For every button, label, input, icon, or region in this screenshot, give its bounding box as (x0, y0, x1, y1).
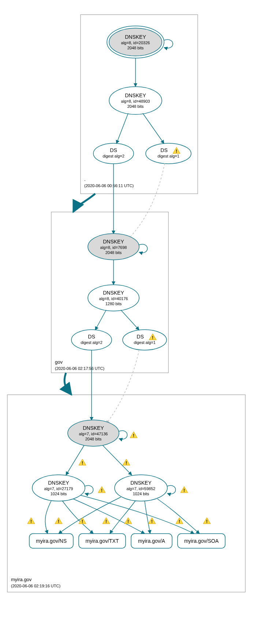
edge-govzsk-ds2 (95, 310, 106, 330)
edge-zsk1-a (73, 499, 145, 534)
svg-text:digest alg=1: digest alg=1 (134, 340, 156, 345)
svg-text:digest alg=2: digest alg=2 (103, 154, 124, 158)
svg-point-10 (93, 143, 134, 164)
warning-icon (123, 459, 130, 466)
svg-text:digest alg=2: digest alg=2 (81, 340, 103, 345)
self-loop-my-zsk1 (85, 485, 93, 494)
node-rr-soa: myira.gov/SOA (178, 534, 225, 548)
warning-icon (124, 518, 132, 524)
node-root-ksk: DNSKEY alg=8, id=20326 2048 bits (107, 26, 164, 58)
warning-icon (203, 518, 211, 524)
node-gov-ds2: DS digest alg=2 (71, 330, 112, 350)
edge-rootzsk-ds2 (116, 113, 128, 144)
svg-text:DNSKEY: DNSKEY (103, 239, 124, 245)
edge-govzsk-ds1 (121, 310, 139, 330)
edge-ds1-govksk (128, 163, 165, 239)
svg-text:DNSKEY: DNSKEY (125, 92, 146, 98)
node-rr-txt: myira.gov/TXT (79, 534, 126, 548)
warning-icon (27, 518, 35, 524)
node-root-ds2: DS digest alg=2 (93, 143, 134, 164)
svg-point-13 (146, 143, 191, 164)
svg-text:DS: DS (137, 334, 144, 340)
self-loop-my-ksk (119, 431, 127, 439)
zone-root-sublabel: (2020-06-06 00:56:11 UTC) (84, 183, 134, 188)
svg-point-24 (71, 330, 112, 350)
svg-text:DNSKEY: DNSKEY (125, 34, 146, 40)
svg-text:DS: DS (110, 147, 117, 153)
self-loop-gov-ksk (139, 244, 148, 253)
edge-zsk2-txt (110, 501, 135, 534)
svg-text:myira.gov/A: myira.gov/A (138, 538, 165, 544)
node-my-ksk: DNSKEY alg=7, id=47136 2048 bits (68, 420, 119, 446)
node-rr-a: myira.gov/A (131, 534, 172, 548)
edge-zsk2-ns (59, 497, 121, 534)
zone-myira-label: myira.gov (11, 577, 32, 582)
edge-govds1-myksk (106, 350, 139, 424)
svg-text:DS: DS (88, 334, 95, 340)
edge-rootzsk-ds1 (143, 113, 164, 144)
svg-text:alg=8, id=48903: alg=8, id=48903 (121, 99, 150, 103)
deleg-gov-myira (64, 373, 71, 395)
node-root-ds1: DS digest alg=1 (146, 143, 191, 164)
svg-text:2048 bits: 2048 bits (127, 46, 144, 50)
node-gov-ksk: DNSKEY alg=8, id=7698 2048 bits (88, 234, 139, 260)
edge-zsk2-soa (157, 499, 200, 534)
node-root-zsk: DNSKEY alg=8, id=48903 2048 bits (109, 87, 162, 114)
node-my-zsk2: DNSKEY alg=7, id=59852 1024 bits (115, 475, 167, 501)
self-loop-my-zsk2 (167, 485, 176, 494)
warning-icon (103, 518, 110, 524)
svg-text:1280 bits: 1280 bits (105, 302, 122, 306)
svg-text:alg=7, id=59852: alg=7, id=59852 (127, 486, 156, 491)
self-loop-root-ksk (164, 39, 173, 48)
svg-text:myira.gov/TXT: myira.gov/TXT (85, 538, 119, 544)
svg-text:DNSKEY: DNSKEY (48, 480, 69, 486)
edge-zsk2-a (145, 501, 150, 534)
warning-icon (55, 518, 62, 524)
svg-text:1024 bits: 1024 bits (51, 492, 67, 496)
warning-icon (98, 486, 105, 493)
node-rr-ns: myira.gov/NS (29, 534, 73, 548)
svg-text:digest alg=1: digest alg=1 (157, 154, 179, 158)
warning-icon (79, 459, 86, 466)
svg-text:myira.gov/SOA: myira.gov/SOA (184, 538, 219, 544)
svg-text:2048 bits: 2048 bits (105, 250, 122, 255)
edge-myksk-zsk1 (66, 445, 84, 475)
warning-icon (181, 486, 188, 493)
node-gov-ds1: DS digest alg=1 (123, 330, 167, 350)
svg-text:2048 bits: 2048 bits (127, 104, 144, 109)
svg-text:alg=8, id=7698: alg=8, id=7698 (100, 245, 127, 250)
edge-myksk-zsk2 (103, 445, 132, 475)
edge-zsk1-ns (45, 501, 51, 534)
svg-text:alg=8, id=40176: alg=8, id=40176 (99, 296, 128, 301)
deleg-root-gov (73, 194, 95, 212)
node-gov-zsk: DNSKEY alg=8, id=40176 1280 bits (88, 285, 139, 311)
svg-text:2048 bits: 2048 bits (85, 437, 102, 441)
zone-root-label: . (84, 177, 86, 182)
zone-gov-sublabel: (2020-06-06 02:17:56 UTC) (55, 366, 104, 371)
svg-text:alg=7, id=47136: alg=7, id=47136 (79, 432, 108, 436)
svg-text:alg=7, id=27179: alg=7, id=27179 (44, 486, 73, 491)
svg-text:1024 bits: 1024 bits (133, 492, 149, 496)
warning-icon (148, 518, 156, 524)
svg-text:DNSKEY: DNSKEY (83, 425, 104, 431)
node-my-zsk1: DNSKEY alg=7, id=27179 1024 bits (32, 475, 85, 501)
svg-text:DNSKEY: DNSKEY (130, 480, 152, 486)
svg-text:DNSKEY: DNSKEY (103, 290, 124, 296)
svg-text:alg=8, id=20326: alg=8, id=20326 (121, 41, 150, 45)
zone-gov-label: gov (55, 359, 63, 365)
warning-icon (79, 518, 86, 524)
zone-myira-sublabel: (2020-06-06 02:19:16 UTC) (11, 584, 60, 588)
warning-icon (130, 432, 137, 438)
svg-point-27 (123, 330, 167, 350)
svg-text:DS: DS (160, 147, 167, 153)
svg-text:myira.gov/NS: myira.gov/NS (36, 538, 67, 544)
